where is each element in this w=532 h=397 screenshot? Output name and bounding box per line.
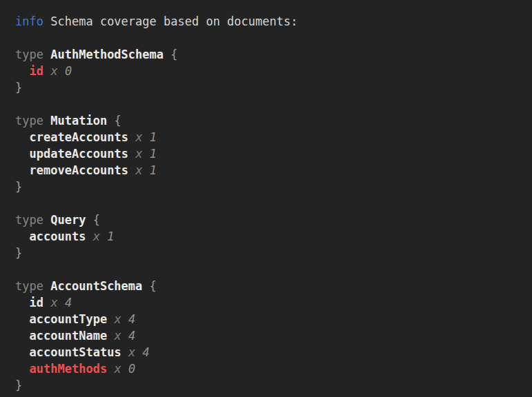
field-name: accountType xyxy=(30,311,108,327)
open-brace: { xyxy=(114,112,121,129)
info-line: info Schema coverage based on documents: xyxy=(15,13,532,30)
field-line: accountType x 4 xyxy=(15,311,532,327)
type-close-line: } xyxy=(15,377,532,394)
hit-count: 4 xyxy=(143,344,150,360)
type-block-mutation: type Mutation { createAccounts x 1 updat… xyxy=(15,112,532,195)
field-name: accounts xyxy=(30,228,86,245)
multiplier: x xyxy=(128,344,135,360)
type-keyword: type xyxy=(15,112,43,129)
multiplier: x xyxy=(135,162,142,179)
multiplier: x xyxy=(50,63,57,79)
hit-count: 1 xyxy=(150,162,157,179)
field-line: removeAccounts x 1 xyxy=(15,162,532,179)
field-name: accountStatus xyxy=(30,344,121,360)
field-line: updateAccounts x 1 xyxy=(15,145,532,162)
open-brace: { xyxy=(150,278,157,294)
field-line: id x 4 xyxy=(15,294,532,311)
hit-count: 0 xyxy=(65,63,72,79)
type-block-query: type Query { accounts x 1 } xyxy=(15,212,532,261)
hit-count: 1 xyxy=(150,129,157,145)
close-brace: } xyxy=(15,245,22,261)
field-line: id x 0 xyxy=(15,63,532,79)
open-brace: { xyxy=(170,46,177,63)
hit-count: 1 xyxy=(107,228,114,245)
type-block-authmethodschema: type AuthMethodSchema { id x 0 } xyxy=(15,46,532,96)
field-name: id xyxy=(30,63,43,79)
type-header-line: type Mutation { xyxy=(15,112,532,129)
multiplier: x xyxy=(114,360,121,377)
type-close-line: } xyxy=(15,79,532,96)
hit-count: 4 xyxy=(128,311,135,327)
field-name: removeAccounts xyxy=(30,162,128,179)
type-name: Mutation xyxy=(50,112,107,129)
field-name: authMethods xyxy=(30,360,108,377)
multiplier: x xyxy=(114,327,121,344)
info-message: Schema coverage based on documents: xyxy=(50,13,297,30)
hit-count: 1 xyxy=(150,145,157,162)
close-brace: } xyxy=(15,79,22,96)
multiplier: x xyxy=(93,228,100,245)
type-close-line: } xyxy=(15,179,532,195)
field-name: updateAccounts xyxy=(30,145,128,162)
open-brace: { xyxy=(93,212,100,228)
field-name: createAccounts xyxy=(30,129,128,145)
type-header-line: type AccountSchema { xyxy=(15,278,532,294)
field-line: accountName x 4 xyxy=(15,327,532,344)
field-line: authMethods x 0 xyxy=(15,360,532,377)
type-header-line: type Query { xyxy=(15,212,532,228)
multiplier: x xyxy=(50,294,57,311)
multiplier: x xyxy=(135,129,142,145)
close-brace: } xyxy=(15,377,22,394)
field-name: id xyxy=(30,294,43,311)
type-keyword: type xyxy=(15,212,43,228)
field-name: accountName xyxy=(30,327,108,344)
type-header-line: type AuthMethodSchema { xyxy=(15,46,532,63)
close-brace: } xyxy=(15,179,22,195)
type-block-accountschema: type AccountSchema { id x 4 accountType … xyxy=(15,278,532,394)
field-line: accounts x 1 xyxy=(15,228,532,245)
multiplier: x xyxy=(135,145,142,162)
type-name: AccountSchema xyxy=(50,278,142,294)
field-line: accountStatus x 4 xyxy=(15,344,532,360)
multiplier: x xyxy=(114,311,121,327)
field-line: createAccounts x 1 xyxy=(15,129,532,145)
type-name: Query xyxy=(50,212,86,228)
info-label: info xyxy=(15,13,43,30)
hit-count: 4 xyxy=(65,294,72,311)
hit-count: 4 xyxy=(128,327,135,344)
terminal-output: info Schema coverage based on documents:… xyxy=(0,0,532,394)
hit-count: 0 xyxy=(128,360,135,377)
type-keyword: type xyxy=(15,46,43,63)
type-keyword: type xyxy=(15,278,43,294)
type-close-line: } xyxy=(15,245,532,261)
type-name: AuthMethodSchema xyxy=(50,46,164,63)
